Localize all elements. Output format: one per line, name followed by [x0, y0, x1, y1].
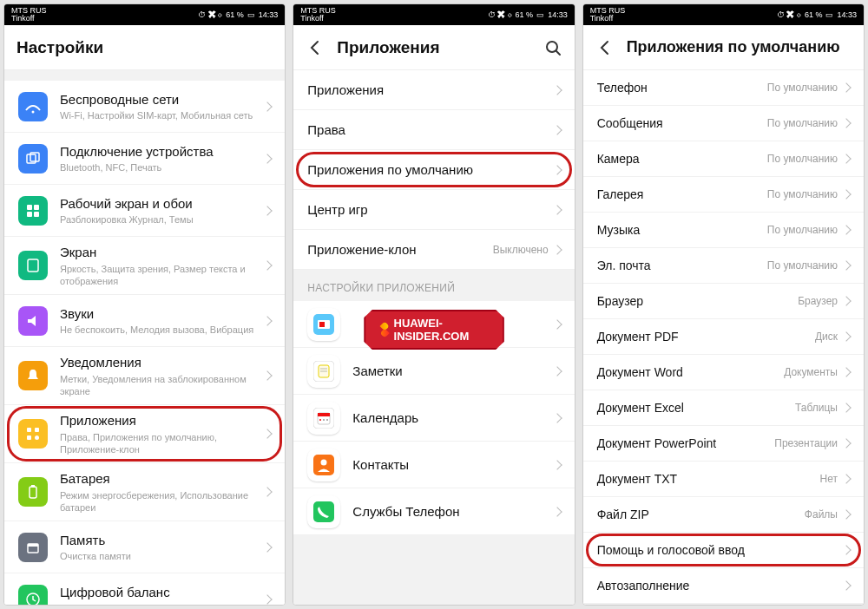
svg-point-33	[321, 459, 327, 465]
app-item[interactable]: HUAWEI-INSIDER.COM	[293, 301, 574, 348]
item-value: По умолчанию	[767, 153, 838, 165]
default-app-item[interactable]: Документ PowerPoint Презентации	[583, 426, 864, 462]
chevron-right-icon	[263, 154, 273, 163]
svg-rect-15	[28, 544, 38, 547]
item-value: Диск	[815, 331, 838, 343]
back-button[interactable]	[306, 38, 325, 57]
settings-item[interactable]: Рабочий экран и обои Разблокировка Журна…	[4, 185, 285, 237]
phone-settings: MTS RUS Tinkoff ⏱ ✖ ⊙ 61 % ▭ 14:33 Настр…	[3, 3, 286, 606]
chevron-right-icon	[552, 85, 562, 95]
svg-rect-10	[27, 435, 31, 440]
item-label: Музыка	[597, 222, 767, 238]
default-app-item[interactable]: Документ Word Документы	[583, 355, 864, 390]
header: Приложения по умолчанию	[583, 25, 864, 70]
item-value: Выключено	[493, 244, 549, 256]
default-app-item[interactable]: Документ PDF Диск	[583, 319, 864, 355]
svg-rect-8	[27, 428, 31, 432]
settings-item[interactable]: Беспроводные сети Wi-Fi, Настройки SIM-к…	[4, 81, 285, 133]
phone-apps: MTS RUS Tinkoff ⏱ ✖ ⊙ 61 % ▭ 14:33 Прило…	[293, 3, 575, 606]
apps-menu-item[interactable]: Приложение-клон Выключено	[293, 230, 574, 270]
chevron-right-icon	[552, 366, 562, 376]
item-label: Батарея	[60, 470, 264, 488]
chevron-right-icon	[552, 165, 562, 174]
settings-item[interactable]: Уведомления Метки, Уведомления на заблок…	[4, 347, 285, 405]
app-item[interactable]: Заметки	[293, 348, 574, 395]
item-label: Документ Excel	[597, 400, 795, 416]
item-sub: Разблокировка Журнал, Темы	[60, 213, 264, 226]
default-app-item[interactable]: Сообщения По умолчанию	[583, 106, 864, 141]
settings-item[interactable]: Батарея Режим энергосбережения, Использо…	[4, 463, 285, 521]
svg-line-18	[556, 51, 560, 55]
page-title: Настройки	[16, 38, 273, 57]
chevron-right-icon	[841, 82, 851, 92]
svg-point-31	[326, 419, 328, 421]
default-app-item[interactable]: Браузер Браузер	[583, 284, 864, 319]
item-label: Рабочий экран и обои	[60, 195, 264, 213]
settings-icon	[18, 306, 48, 336]
item-sub: Bluetooth, NFC, Печать	[60, 161, 264, 174]
default-app-item[interactable]: Помощь и голосовой ввод	[583, 533, 864, 568]
search-icon[interactable]	[543, 38, 562, 57]
svg-point-30	[323, 419, 325, 421]
settings-icon	[18, 361, 48, 390]
settings-icon	[18, 477, 48, 507]
chevron-right-icon	[841, 580, 851, 590]
carrier-2: Tinkoff	[11, 15, 47, 23]
item-label: Камера	[597, 151, 767, 167]
apps-menu-item[interactable]: Центр игр	[293, 190, 574, 230]
default-app-item[interactable]: Документ Excel Таблицы	[583, 390, 864, 426]
settings-icon	[18, 533, 48, 562]
apps-menu-item[interactable]: Права	[293, 110, 574, 150]
item-label: Права	[307, 121, 553, 139]
svg-rect-4	[34, 205, 39, 210]
item-label: Приложения по умолчанию	[307, 161, 553, 179]
settings-icon	[18, 196, 48, 226]
chevron-right-icon	[552, 125, 562, 134]
chevron-right-icon	[841, 367, 851, 377]
settings-item[interactable]: Цифровой баланс Управление временем дост…	[4, 573, 285, 605]
apps-menu-item[interactable]: Приложения по умолчанию	[293, 150, 574, 190]
statusbar: MTS RUS Tinkoff ⏱ ✖ ⊙ 61 % ▭ 14:33	[4, 4, 285, 25]
default-app-item[interactable]: Документ TXT Нет	[583, 462, 864, 497]
default-app-item[interactable]: Телефон По умолчанию	[583, 70, 864, 106]
chevron-right-icon	[552, 507, 562, 516]
item-sub: Режим энергосбережения, Использование ба…	[60, 489, 264, 514]
svg-rect-7	[28, 259, 38, 272]
settings-item[interactable]: Подключение устройства Bluetooth, NFC, П…	[4, 133, 285, 185]
item-value: По умолчанию	[767, 188, 838, 200]
chevron-right-icon	[552, 205, 562, 214]
clock: 14:33	[259, 10, 279, 19]
settings-item[interactable]: Приложения Права, Приложения по умолчани…	[4, 405, 285, 463]
app-item[interactable]: Контакты	[293, 442, 574, 488]
app-item[interactable]: Службы Телефон	[293, 488, 574, 535]
settings-list: Беспроводные сети Wi-Fi, Настройки SIM-к…	[4, 70, 285, 605]
item-value: По умолчанию	[767, 117, 838, 129]
default-app-item[interactable]: Галерея По умолчанию	[583, 177, 864, 213]
svg-rect-13	[31, 485, 35, 488]
apps-menu-item[interactable]: Приложения	[293, 70, 574, 110]
chevron-right-icon	[552, 319, 562, 329]
settings-item[interactable]: Память Очистка памяти	[4, 521, 285, 573]
apps-list: Приложения Права Приложения по умолчанию…	[293, 70, 574, 605]
default-app-item[interactable]: Файл ZIP Файлы	[583, 497, 864, 533]
chevron-right-icon	[841, 509, 851, 519]
back-button[interactable]	[595, 38, 615, 57]
svg-point-29	[319, 419, 321, 421]
item-value: Документы	[784, 366, 838, 378]
item-label: Звуки	[60, 305, 264, 323]
item-label: Документ PowerPoint	[597, 435, 775, 451]
chevron-right-icon	[841, 474, 851, 483]
app-item[interactable]: Календарь	[293, 395, 574, 442]
item-label: Помощь и голосовой ввод	[597, 542, 843, 558]
page-title: Приложения	[337, 38, 542, 57]
default-app-item[interactable]: Автозаполнение	[583, 568, 864, 604]
default-app-item[interactable]: Эл. почта По умолчанию	[583, 248, 864, 284]
settings-item[interactable]: Звуки Не беспокоить, Мелодия вызова, Виб…	[4, 295, 285, 347]
phone-default-apps: MTS RUS Tinkoff ⏱ ✖ ⊙ 61 % ▭ 14:33 Прило…	[582, 3, 865, 606]
item-label: Документ PDF	[597, 329, 815, 344]
chevron-right-icon	[841, 225, 851, 234]
item-sub: Управление временем доступа	[60, 602, 264, 605]
default-app-item[interactable]: Камера По умолчанию	[583, 141, 864, 177]
default-app-item[interactable]: Музыка По умолчанию	[583, 213, 864, 248]
settings-item[interactable]: Экран Яркость, Защита зрения, Размер тек…	[4, 237, 285, 295]
